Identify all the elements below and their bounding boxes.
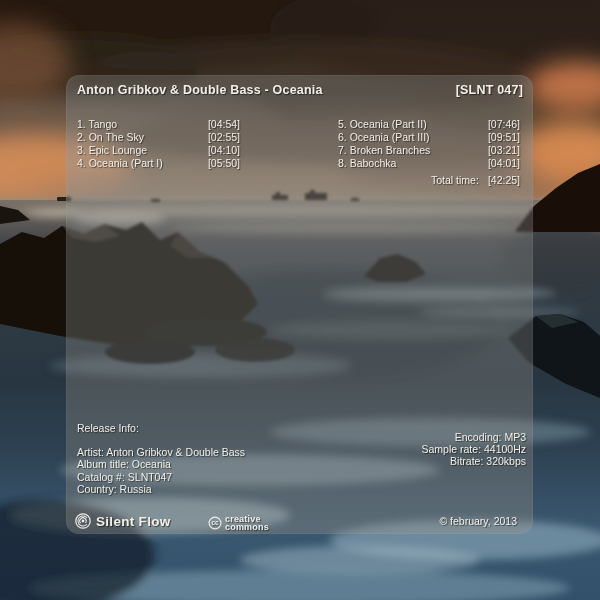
track-row: 1. Tango [04:54] xyxy=(77,118,240,131)
track-title: 3. Epic Lounge xyxy=(77,144,147,157)
track-title: 4. Oceania (Part I) xyxy=(77,157,163,170)
track-time: [04:01] xyxy=(488,157,520,170)
tracklist-right: 5. Oceania (Part II) [07:46] 6. Oceania … xyxy=(338,118,520,170)
track-title: 1. Tango xyxy=(77,118,117,131)
track-title: 8. Babochka xyxy=(338,157,396,170)
track-title: 2. On The Sky xyxy=(77,131,144,144)
total-time-label: Total time: xyxy=(431,174,479,187)
track-title: 5. Oceania (Part II) xyxy=(338,118,427,131)
total-time-row: Total time: [42:25] xyxy=(431,174,520,187)
album-back-cover: Anton Gribkov & Double Bass - Oceania [S… xyxy=(0,0,600,600)
release-album-title: Album title: Oceania xyxy=(77,458,245,470)
track-time: [03:21] xyxy=(488,144,520,157)
silent-flow-logo: Silent Flow xyxy=(74,512,171,530)
creative-commons-logo: cc creative commons xyxy=(208,515,269,531)
cc-icon-text: cc xyxy=(211,519,219,526)
silent-flow-label: Silent Flow xyxy=(96,514,171,529)
creative-commons-label: creative commons xyxy=(225,515,269,531)
track-row: 6. Oceania (Part III) [09:51] xyxy=(338,131,520,144)
release-catalog: Catalog #: SLNT047 xyxy=(77,471,245,483)
total-time-value: [42:25] xyxy=(488,174,520,187)
track-row: 4. Oceania (Part I) [05:50] xyxy=(77,157,240,170)
track-time: [02:55] xyxy=(208,131,240,144)
release-info-block: Release Info: Artist: Anton Gribkov & Do… xyxy=(77,422,245,495)
encoding-format: Encoding: MP3 xyxy=(422,431,526,443)
release-artist: Artist: Anton Gribkov & Double Bass xyxy=(77,446,245,458)
track-time: [04:10] xyxy=(208,144,240,157)
copyright-text: © february, 2013 xyxy=(439,515,517,527)
track-time: [09:51] xyxy=(488,131,520,144)
release-info-heading: Release Info: xyxy=(77,422,245,434)
creative-commons-icon: cc xyxy=(208,516,222,530)
track-row: 5. Oceania (Part II) [07:46] xyxy=(338,118,520,131)
track-time: [07:46] xyxy=(488,118,520,131)
track-row: 7. Broken Branches [03:21] xyxy=(338,144,520,157)
encoding-info-block: Encoding: MP3 Sample rate: 44100Hz Bitra… xyxy=(422,431,526,468)
release-country: Country: Russia xyxy=(77,483,245,495)
track-time: [04:54] xyxy=(208,118,240,131)
cc-line2: commons xyxy=(225,522,269,532)
track-row: 3. Epic Lounge [04:10] xyxy=(77,144,240,157)
encoding-bitrate: Bitrate: 320kbps xyxy=(422,455,526,467)
header-row: Anton Gribkov & Double Bass - Oceania [S… xyxy=(77,83,523,97)
track-title: 6. Oceania (Part III) xyxy=(338,131,430,144)
catalog-number: [SLNT 047] xyxy=(456,83,523,97)
encoding-sample-rate: Sample rate: 44100Hz xyxy=(422,443,526,455)
track-title: 7. Broken Branches xyxy=(338,144,430,157)
track-row: 2. On The Sky [02:55] xyxy=(77,131,240,144)
silent-flow-icon xyxy=(74,512,92,530)
tracklist-left: 1. Tango [04:54] 2. On The Sky [02:55] 3… xyxy=(77,118,240,170)
info-panel: Anton Gribkov & Double Bass - Oceania [S… xyxy=(66,75,533,534)
track-row: 8. Babochka [04:01] xyxy=(338,157,520,170)
album-title: Anton Gribkov & Double Bass - Oceania xyxy=(77,83,323,97)
track-time: [05:50] xyxy=(208,157,240,170)
